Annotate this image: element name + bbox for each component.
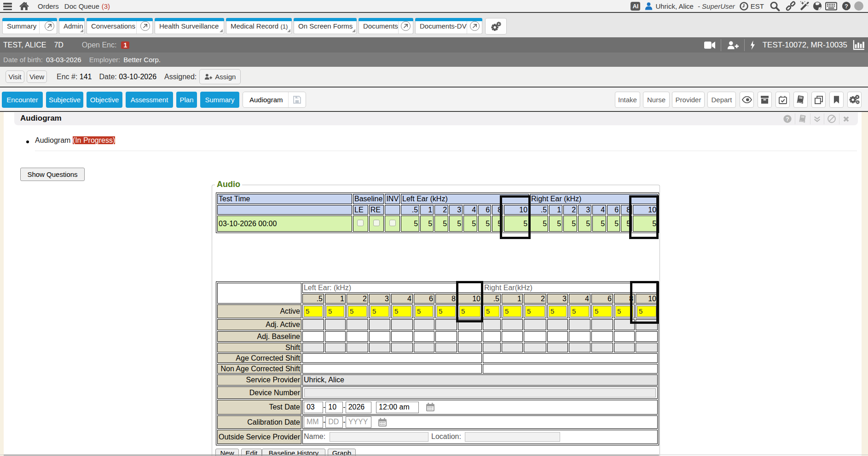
svg-text:?: ? — [845, 3, 848, 10]
svg-text:?: ? — [786, 116, 789, 123]
